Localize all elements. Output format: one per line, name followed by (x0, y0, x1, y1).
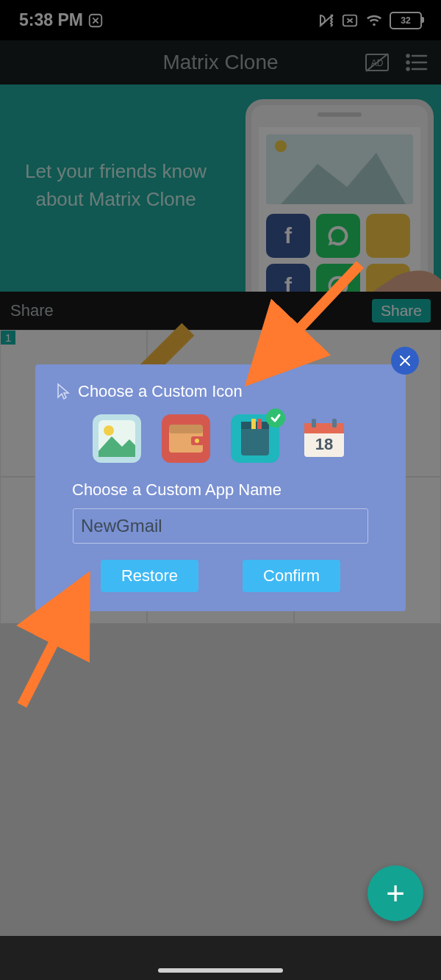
custom-icon-dialog: Choose a Custom Icon 18 Choose (35, 364, 406, 611)
svg-rect-25 (312, 419, 316, 428)
app-name-input[interactable] (73, 508, 368, 544)
svg-rect-21 (251, 419, 256, 429)
icon-choices: 18 (56, 414, 385, 463)
cursor-icon (56, 383, 71, 400)
selected-check-icon (266, 408, 285, 428)
svg-rect-24 (304, 423, 344, 433)
svg-point-14 (104, 425, 114, 436)
svg-rect-26 (332, 419, 337, 428)
restore-button[interactable]: Restore (101, 560, 198, 592)
svg-point-18 (195, 439, 199, 443)
svg-text:18: 18 (315, 435, 333, 453)
icon-option-notebook[interactable] (231, 414, 279, 463)
icon-option-gallery[interactable] (93, 414, 141, 463)
screen: 5:38 PM 32 Matrix Clone AD Let your frie… (0, 0, 441, 980)
plus-icon: + (386, 875, 405, 912)
icon-option-wallet[interactable] (162, 414, 210, 463)
home-indicator[interactable] (158, 968, 283, 973)
icon-option-calendar[interactable]: 18 (300, 414, 348, 463)
svg-rect-16 (169, 425, 203, 433)
close-button[interactable] (391, 347, 419, 375)
dialog-title: Choose a Custom Icon (56, 382, 385, 401)
svg-rect-22 (257, 419, 262, 429)
confirm-button[interactable]: Confirm (243, 560, 340, 592)
dialog-subtitle: Choose a Custom App Name (56, 480, 385, 500)
add-fab[interactable]: + (368, 865, 423, 921)
